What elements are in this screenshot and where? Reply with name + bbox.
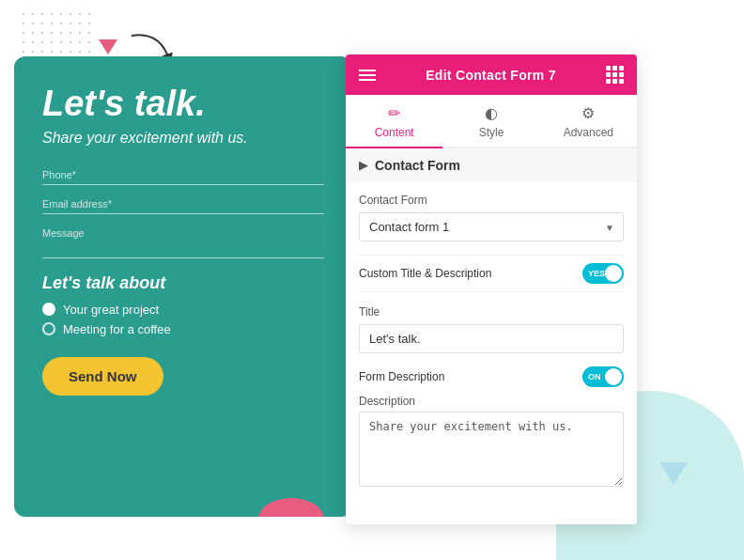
form-desc-label: Form Description [359,370,444,383]
pink-arrow-decoration [99,39,117,54]
hamburger-line-1 [359,70,376,71]
tab-advanced[interactable]: ⚙ Advanced [540,95,637,148]
preview-phone-field: Phone* [42,169,324,185]
custom-title-knob [605,265,622,282]
preview-section-title: Let's talk about [42,273,324,293]
custom-title-label: Custom Title & Description [359,267,491,280]
preview-email-line [42,213,324,214]
radio-item-0: Your great project [42,303,324,317]
grid-icon[interactable] [606,66,624,84]
radio-label-1: Meeting for a coffee [63,322,171,336]
radio-group: Your great project Meeting for a coffee [42,303,324,336]
section-chevron: ▶ [359,159,367,172]
tab-content[interactable]: ✏ Content [346,95,442,148]
section-title: Contact Form [375,158,460,173]
radio-item-1: Meeting for a coffee [42,322,324,336]
content-tab-icon: ✏ [388,104,400,122]
form-desc-knob [605,368,622,385]
preview-email-label: Email address* [42,198,324,210]
title-input[interactable] [359,324,624,353]
section-content: Contact Form Contact form 1 Contact form… [346,182,637,502]
preview-phone-label: Phone* [42,169,324,180]
description-textarea[interactable]: Share your excitement with us. [359,412,624,487]
blue-triangle-decoration [659,462,688,485]
preview-card: Let's talk. Share your excitement with u… [14,56,352,517]
panel-body: ▶ Contact Form Contact Form Contact form… [346,148,637,524]
preview-message-label: Message [42,227,324,239]
advanced-tab-icon: ⚙ [581,104,595,122]
tab-style[interactable]: ◐ Style [442,95,539,148]
panel-title: Edit Contact Form 7 [426,68,556,83]
preview-message-field: Message [42,227,324,258]
radio-circle-0 [42,303,55,316]
form-desc-toggle[interactable]: ON [582,366,624,387]
title-field-label: Title [359,305,624,319]
custom-title-toggle[interactable]: YES [582,263,624,284]
send-button[interactable]: Send Now [42,357,163,396]
custom-title-toggle-text: YES [588,269,605,278]
preview-message-line [42,257,324,258]
hamburger-line-3 [359,79,376,81]
preview-title: Let's talk. [42,85,324,124]
radio-label-0: Your great project [63,303,159,317]
preview-phone-line [42,184,324,185]
tab-style-label: Style [479,126,504,139]
description-label: Description [359,395,624,408]
contact-form-select[interactable]: Contact form 1 Contact form 2 Contact fo… [359,212,624,241]
contact-form-label: Contact Form [359,194,624,207]
hamburger-line-2 [359,74,376,76]
form-desc-toggle-text: ON [588,372,601,381]
form-desc-row: Form Description ON [359,366,624,387]
tab-content-label: Content [375,126,414,139]
pink-blob-decoration [258,498,324,517]
preview-subtitle: Share your excitement with us. [42,130,324,147]
hamburger-menu[interactable] [359,70,376,81]
custom-title-row: Custom Title & Description YES [359,255,624,292]
section-header[interactable]: ▶ Contact Form [346,148,637,182]
panel-tabs: ✏ Content ◐ Style ⚙ Advanced [346,95,637,148]
tab-advanced-label: Advanced [564,126,613,139]
edit-panel: Edit Contact Form 7 ✏ Content ◐ Style ⚙ … [346,54,637,524]
contact-form-select-wrapper: Contact form 1 Contact form 2 Contact fo… [359,212,624,241]
panel-header: Edit Contact Form 7 [346,54,637,95]
preview-email-field: Email address* [42,198,324,214]
style-tab-icon: ◐ [485,104,498,122]
radio-circle-1 [42,322,55,335]
